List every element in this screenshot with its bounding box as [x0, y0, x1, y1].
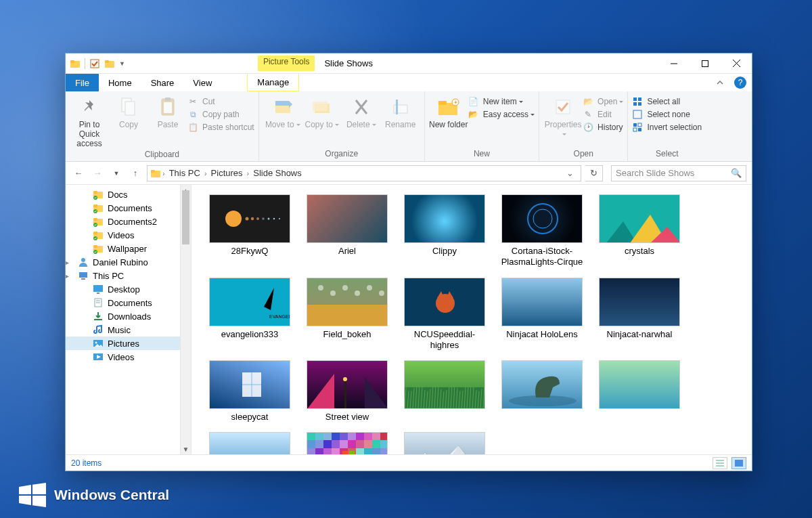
file-item[interactable]: Ninjacat HoloLens — [496, 278, 588, 351]
file-item[interactable]: Ninjacat-narwhal — [593, 278, 685, 351]
properties-button[interactable]: Properties — [543, 94, 583, 139]
file-item[interactable]: Street view — [301, 360, 393, 423]
open-button[interactable]: 📂Open — [583, 96, 623, 107]
sidebar-item[interactable]: Documents — [66, 201, 191, 215]
svg-rect-64 — [94, 319, 102, 320]
move-to-button[interactable]: Move to — [263, 94, 302, 129]
paste-shortcut-button[interactable]: 📋Paste shortcut — [187, 122, 254, 133]
easy-access-button[interactable]: 📂Easy access — [468, 109, 535, 120]
svg-marker-199 — [449, 446, 469, 454]
address-bar[interactable]: › This PC› Pictures› Slide Shows ⌄ — [147, 165, 581, 181]
select-all-button[interactable]: Select all — [632, 96, 702, 107]
back-button[interactable]: ← — [71, 168, 86, 178]
select-none-button[interactable]: Select none — [632, 109, 702, 120]
scroll-down-icon[interactable]: ▼ — [181, 444, 191, 454]
new-folder-qat-icon[interactable] — [104, 58, 115, 69]
forward-button[interactable]: → — [90, 168, 105, 178]
maximize-button[interactable] — [690, 53, 721, 74]
new-folder-button[interactable]: ✦ New folder — [429, 94, 468, 129]
easy-access-icon: 📂 — [468, 109, 479, 120]
invert-selection-button[interactable]: Invert selection — [632, 122, 702, 133]
context-tab-picture-tools[interactable]: Picture Tools — [258, 56, 315, 71]
copy-to-icon — [312, 98, 332, 116]
svg-rect-156 — [332, 448, 340, 454]
navigation-pane[interactable]: DocsDocumentsDocuments2VideosWallpaper▸D… — [66, 185, 191, 454]
sidebar-item[interactable]: Desktop — [66, 282, 191, 296]
tab-manage[interactable]: Manage — [247, 74, 299, 91]
minimize-button[interactable] — [658, 53, 690, 74]
refresh-button[interactable]: ↻ — [585, 165, 603, 181]
collapse-ribbon-button[interactable] — [711, 78, 729, 87]
sidebar-scrollbar[interactable]: ▲ ▼ — [180, 185, 191, 454]
content-pane[interactable]: 28FkywQArielClippyCortana-iStock-PlasmaL… — [191, 185, 752, 454]
close-button[interactable] — [721, 53, 752, 74]
svg-rect-34 — [633, 110, 641, 118]
sidebar-item[interactable]: Docs — [66, 188, 191, 201]
sidebar-item[interactable]: Documents — [66, 296, 191, 309]
file-item[interactable] — [399, 360, 491, 423]
sidebar-item[interactable]: ▸This PC — [66, 269, 191, 282]
rename-button[interactable]: Rename — [381, 94, 420, 129]
svg-point-75 — [273, 218, 275, 220]
sidebar-item[interactable]: Pictures — [66, 337, 191, 350]
file-item[interactable]: sleepycat — [204, 360, 296, 423]
thumbnails-view-button[interactable] — [731, 457, 746, 469]
pin-to-quick-access-button[interactable]: Pin to Quick access — [70, 94, 109, 148]
svg-rect-32 — [633, 102, 637, 106]
properties-qat-icon[interactable] — [89, 58, 100, 69]
sidebar-item[interactable]: Videos — [66, 350, 191, 364]
copy-button[interactable]: Copy — [109, 94, 148, 129]
sidebar-item[interactable]: Videos — [66, 228, 191, 242]
qat-dropdown-icon[interactable]: ▼ — [119, 60, 125, 67]
file-item[interactable] — [301, 432, 393, 454]
up-button[interactable]: ↑ — [128, 168, 143, 178]
file-item[interactable] — [496, 360, 588, 423]
copy-icon — [120, 97, 137, 117]
sidebar-item[interactable]: Wallpaper — [66, 242, 191, 255]
file-item[interactable]: NCUSpeeddial-highres — [399, 278, 491, 351]
tab-view[interactable]: View — [183, 74, 221, 91]
sidebar-item[interactable]: Downloads — [66, 309, 191, 323]
tab-share[interactable]: Share — [141, 74, 184, 91]
paste-button[interactable]: Paste — [148, 94, 187, 129]
breadcrumb-segment[interactable]: This PC — [166, 168, 203, 178]
sidebar-item[interactable]: ▸Daniel Rubino — [66, 255, 191, 269]
delete-button[interactable]: Delete — [342, 94, 381, 129]
copy-path-button[interactable]: ⧉Copy path — [187, 109, 254, 120]
sidebar-item[interactable]: Documents2 — [66, 215, 191, 228]
svg-rect-160 — [364, 448, 372, 454]
svg-rect-203 — [735, 460, 743, 467]
help-button[interactable]: ? — [734, 77, 746, 89]
breadcrumb-segment[interactable]: Slide Shows — [250, 168, 304, 178]
cut-button[interactable]: ✂Cut — [187, 96, 254, 107]
scrollbar-thumb[interactable] — [182, 190, 189, 244]
breadcrumb-segment[interactable]: Pictures — [208, 168, 246, 178]
address-dropdown-icon[interactable]: ⌄ — [562, 168, 578, 178]
svg-marker-197 — [405, 446, 484, 454]
file-item[interactable]: Cortana-iStock-PlasmaLights-Cirque — [496, 194, 588, 268]
new-item-button[interactable]: 📄New item — [468, 96, 535, 107]
tab-home[interactable]: Home — [99, 74, 141, 91]
copy-to-button[interactable]: Copy to — [302, 94, 342, 129]
file-item[interactable] — [204, 432, 296, 454]
edit-button[interactable]: ✎Edit — [583, 109, 623, 120]
file-item[interactable]: crystals — [593, 194, 685, 268]
search-box[interactable]: Search Slide Shows 🔍 — [611, 165, 746, 181]
history-button[interactable]: 🕑History — [583, 122, 623, 133]
file-thumbnail — [307, 194, 388, 243]
tab-file[interactable]: File — [66, 74, 99, 91]
recent-locations-button[interactable]: ▼ — [109, 170, 124, 177]
file-item[interactable]: 28FkywQ — [204, 194, 296, 268]
file-item[interactable]: EVANGELION333evangelion333 — [204, 278, 296, 351]
file-name: Ninjacat-narwhal — [607, 326, 673, 340]
details-view-button[interactable] — [713, 457, 727, 469]
sidebar-item[interactable]: Music — [66, 323, 191, 337]
file-item[interactable]: Field_bokeh — [301, 278, 393, 351]
file-item[interactable]: Clippy — [399, 194, 491, 268]
windows-central-logo-icon — [18, 480, 47, 510]
svg-rect-58 — [81, 278, 85, 280]
file-thumbnail — [307, 360, 388, 409]
file-item[interactable] — [593, 360, 685, 423]
file-item[interactable]: Ariel — [301, 194, 393, 268]
file-item[interactable] — [399, 432, 491, 454]
